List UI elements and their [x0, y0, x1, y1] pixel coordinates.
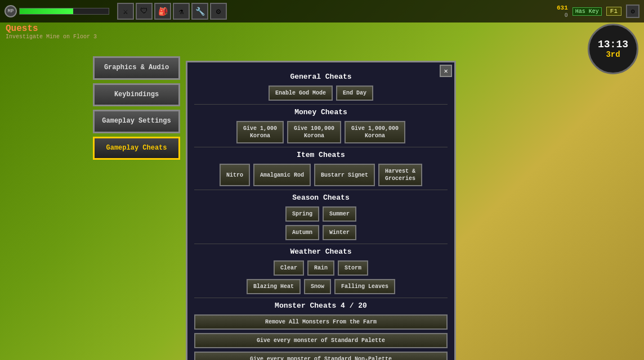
give-standard-non-palette-button[interactable]: Give every monster of Standard Non-Palet… — [194, 352, 448, 360]
settings-hud-icon[interactable]: ⚙ — [626, 4, 639, 18]
divider-4 — [194, 244, 448, 244]
storm-button[interactable]: Storm — [338, 260, 368, 276]
quests-title: Quests — [6, 24, 97, 34]
quests-subtitle: Investigate Mine on Floor 3 — [6, 34, 97, 40]
hud-icon-3[interactable]: 🎒 — [154, 3, 171, 20]
top-hud: MP ⚔ 🛡 🎒 ⚗ 🔧 ⚙ 631 0 Has Key F1 ⚙ — [0, 0, 644, 22]
sidebar-btn-keybindings[interactable]: Keybindings — [93, 83, 180, 107]
hud-icon-5[interactable]: 🔧 — [191, 3, 208, 20]
clock-day: 3rd — [606, 50, 620, 59]
zero-label: 0 — [565, 12, 568, 19]
coin-count: 631 — [557, 4, 568, 11]
monster-cheats-row-2: Give every monster of Standard Palette — [194, 333, 448, 348]
close-button[interactable]: ✕ — [440, 65, 452, 77]
monster-cheats-row-3: Give every monster of Standard Non-Palet… — [194, 352, 448, 360]
give-1000-button[interactable]: Give 1,000Korona — [236, 121, 284, 143]
nitro-button[interactable]: Nitro — [220, 164, 250, 186]
winter-button[interactable]: Winter — [323, 225, 356, 240]
sidebar-btn-gameplay-cheats[interactable]: Gameplay Cheats — [93, 137, 180, 160]
monster-cheats-title: Monster Cheats 4 / 20 — [194, 302, 448, 310]
general-cheats-title: General Cheats — [194, 73, 448, 81]
remove-monsters-button[interactable]: Remove All Monsters From the Farm — [194, 314, 448, 330]
hud-item-icons: ⚔ 🛡 🎒 ⚗ 🔧 ⚙ — [117, 3, 227, 20]
end-day-button[interactable]: End Day — [336, 86, 373, 101]
sidebar-btn-gameplay-settings[interactable]: Gameplay Settings — [93, 110, 180, 133]
enable-god-mode-button[interactable]: Enable God Mode — [269, 86, 333, 101]
weather-cheats-title: Weather Cheats — [194, 248, 448, 256]
bustarr-signet-button[interactable]: Bustarr Signet — [314, 164, 375, 186]
hud-icon-1[interactable]: ⚔ — [117, 3, 134, 20]
amalgamic-rod-button[interactable]: Amalgamic Rod — [253, 164, 311, 186]
general-cheats-row: Enable God Mode End Day — [194, 86, 448, 101]
mp-bar: MP — [5, 5, 109, 17]
item-cheats-title: Item Cheats — [194, 151, 448, 159]
cheats-dialog: ✕ General Cheats Enable God Mode End Day… — [186, 61, 456, 360]
divider-5 — [194, 298, 448, 298]
hud-stats: 631 0 — [557, 4, 568, 19]
divider-3 — [194, 190, 448, 190]
snow-button[interactable]: Snow — [304, 279, 331, 294]
season-cheats-title: Season Cheats — [194, 194, 448, 202]
blazing-heat-button[interactable]: Blazing Heat — [247, 279, 301, 294]
hud-right: 631 0 Has Key F1 ⚙ — [557, 4, 639, 19]
clock-time: 13:13 — [598, 39, 628, 50]
mp-progress-fill — [20, 8, 73, 14]
divider-1 — [194, 104, 448, 105]
item-cheats-row: Nitro Amalgamic Rod Bustarr Signet Harve… — [194, 164, 448, 186]
summer-button[interactable]: Summer — [323, 206, 356, 222]
falling-leaves-button[interactable]: Falling Leaves — [334, 279, 395, 294]
hud-icon-6[interactable]: ⚙ — [210, 3, 227, 20]
mp-progress-bar — [19, 8, 109, 15]
mp-icon: MP — [5, 5, 17, 17]
divider-2 — [194, 147, 448, 147]
rain-button[interactable]: Rain — [307, 260, 334, 276]
sidebar-btn-graphics-audio[interactable]: Graphics & Audio — [93, 56, 180, 80]
money-cheats-row: Give 1,000Korona Give 100,000Korona Give… — [194, 121, 448, 143]
left-sidebar: Graphics & Audio Keybindings Gameplay Se… — [93, 56, 180, 160]
clock-panel: 13:13 3rd — [588, 24, 638, 74]
weather-cheats-row-2: Blazing Heat Snow Falling Leaves — [194, 279, 448, 294]
clear-button[interactable]: Clear — [274, 260, 304, 276]
give-100000-button[interactable]: Give 100,000Korona — [287, 121, 341, 143]
money-cheats-title: Money Cheats — [194, 108, 448, 116]
give-standard-palette-button[interactable]: Give every monster of Standard Palette — [194, 333, 448, 348]
spring-button[interactable]: Spring — [285, 206, 319, 222]
quests-panel: Quests Investigate Mine on Floor 3 — [6, 24, 97, 40]
season-cheats-row-2: Autumn Winter — [194, 225, 448, 240]
autumn-button[interactable]: Autumn — [285, 225, 319, 240]
weather-cheats-row-1: Clear Rain Storm — [194, 260, 448, 276]
harvest-groceries-button[interactable]: Harvest &Groceries — [378, 164, 422, 186]
has-key-badge: Has Key — [573, 7, 602, 16]
hud-icon-2[interactable]: 🛡 — [136, 3, 153, 20]
f1-label: F1 — [606, 7, 621, 16]
season-cheats-row-1: Spring Summer — [194, 206, 448, 222]
hud-icon-4[interactable]: ⚗ — [173, 3, 190, 20]
give-1000000-button[interactable]: Give 1,000,000Korona — [345, 121, 405, 143]
monster-cheats-row-1: Remove All Monsters From the Farm — [194, 314, 448, 330]
